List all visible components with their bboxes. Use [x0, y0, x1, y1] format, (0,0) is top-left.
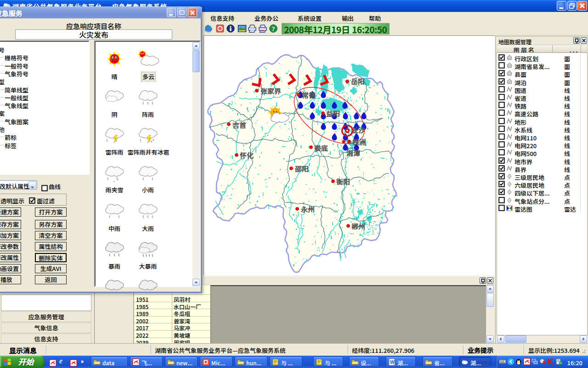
- svg-text:?: ?: [272, 26, 275, 33]
- svg-text:常德: 常德: [302, 90, 316, 100]
- svg-text:*: *: [113, 179, 115, 185]
- svg-text:永州: 永州: [300, 204, 315, 214]
- svg-text:娄底: 娄底: [314, 143, 328, 153]
- svg-text:益阳: 益阳: [326, 109, 340, 118]
- svg-text:长沙: 长沙: [351, 125, 365, 135]
- svg-text:张家界: 张家界: [260, 86, 281, 96]
- svg-text:衡阳: 衡阳: [336, 177, 350, 186]
- svg-text:株洲: 株洲: [352, 137, 366, 147]
- svg-text:吉首: 吉首: [232, 120, 246, 130]
- svg-text:*: *: [117, 177, 119, 183]
- svg-text:湘潭: 湘潭: [346, 148, 360, 158]
- svg-text:郴州: 郴州: [351, 221, 365, 231]
- svg-text:岳阳: 岳阳: [351, 76, 365, 86]
- svg-text:邵阳: 邵阳: [294, 164, 309, 173]
- svg-text:W: W: [390, 360, 395, 365]
- svg-text:怀化: 怀化: [239, 150, 254, 160]
